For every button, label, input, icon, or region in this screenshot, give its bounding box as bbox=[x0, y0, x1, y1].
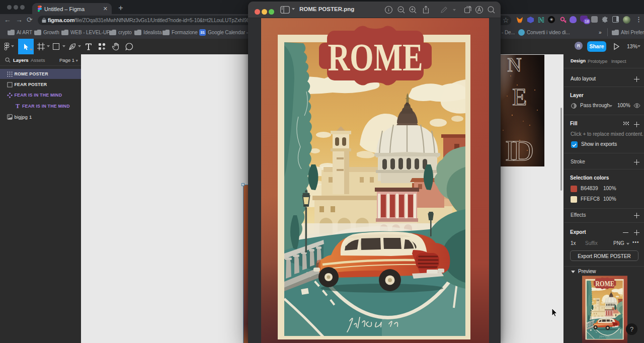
svg-text:D: D bbox=[513, 135, 533, 166]
svg-text:N: N bbox=[507, 55, 522, 76]
svg-text:I: I bbox=[505, 135, 515, 166]
svg-text:E: E bbox=[512, 83, 527, 110]
